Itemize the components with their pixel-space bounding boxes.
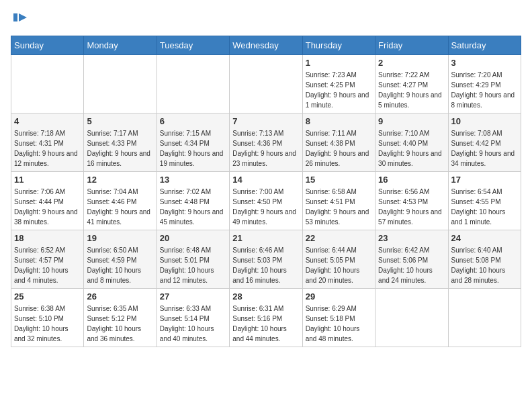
day-number: 28 <box>232 291 299 302</box>
day-number: 14 <box>232 175 299 185</box>
day-info: Sunrise: 7:20 AMSunset: 4:29 PMDaylight:… <box>451 70 518 110</box>
calendar-cell <box>84 55 157 113</box>
calendar-header-saturday: Saturday <box>448 36 521 55</box>
calendar-header-row: SundayMondayTuesdayWednesdayThursdayFrid… <box>11 36 521 55</box>
day-number: 9 <box>378 116 445 126</box>
calendar-cell: 29Sunrise: 6:29 AMSunset: 5:18 PMDayligh… <box>302 289 375 347</box>
calendar-week-3: 11Sunrise: 7:06 AMSunset: 4:44 PMDayligh… <box>11 172 521 230</box>
day-info: Sunrise: 7:06 AMSunset: 4:44 PMDaylight:… <box>14 187 81 227</box>
day-info: Sunrise: 6:29 AMSunset: 5:18 PMDaylight:… <box>306 304 372 344</box>
day-number: 22 <box>306 233 372 243</box>
calendar-cell <box>230 55 302 113</box>
calendar-cell <box>11 55 84 113</box>
calendar-cell: 26Sunrise: 6:35 AMSunset: 5:12 PMDayligh… <box>84 289 157 347</box>
day-info: Sunrise: 6:33 AMSunset: 5:14 PMDaylight:… <box>160 304 226 344</box>
day-info: Sunrise: 7:00 AMSunset: 4:50 PMDaylight:… <box>232 187 299 227</box>
day-number: 26 <box>87 291 153 302</box>
calendar-header-tuesday: Tuesday <box>157 36 229 55</box>
calendar-cell: 21Sunrise: 6:46 AMSunset: 5:03 PMDayligh… <box>230 230 302 289</box>
calendar-cell: 24Sunrise: 6:40 AMSunset: 5:08 PMDayligh… <box>448 230 521 289</box>
calendar-cell: 16Sunrise: 6:56 AMSunset: 4:53 PMDayligh… <box>375 172 448 230</box>
day-info: Sunrise: 7:15 AMSunset: 4:34 PMDaylight:… <box>160 128 226 169</box>
calendar-cell: 11Sunrise: 7:06 AMSunset: 4:44 PMDayligh… <box>11 172 84 230</box>
day-number: 24 <box>451 233 518 243</box>
svg-marker-0 <box>19 13 27 21</box>
day-number: 15 <box>306 175 372 185</box>
calendar-cell: 18Sunrise: 6:52 AMSunset: 4:57 PMDayligh… <box>11 230 84 289</box>
day-info: Sunrise: 7:13 AMSunset: 4:36 PMDaylight:… <box>232 128 299 169</box>
calendar-cell: 4Sunrise: 7:18 AMSunset: 4:31 PMDaylight… <box>11 113 84 172</box>
day-info: Sunrise: 7:18 AMSunset: 4:31 PMDaylight:… <box>14 128 81 169</box>
day-number: 3 <box>451 58 518 68</box>
calendar-header-friday: Friday <box>375 36 448 55</box>
day-info: Sunrise: 7:22 AMSunset: 4:27 PMDaylight:… <box>378 70 445 110</box>
logo <box>11 11 28 30</box>
day-info: Sunrise: 6:52 AMSunset: 4:57 PMDaylight:… <box>14 245 81 285</box>
day-number: 11 <box>14 175 81 185</box>
day-info: Sunrise: 6:50 AMSunset: 4:59 PMDaylight:… <box>87 245 153 285</box>
calendar-table: SundayMondayTuesdayWednesdayThursdayFrid… <box>11 36 521 347</box>
day-info: Sunrise: 6:48 AMSunset: 5:01 PMDaylight:… <box>160 245 226 285</box>
day-info: Sunrise: 6:38 AMSunset: 5:10 PMDaylight:… <box>14 304 81 344</box>
day-info: Sunrise: 7:02 AMSunset: 4:48 PMDaylight:… <box>160 187 226 227</box>
calendar-cell <box>448 289 521 347</box>
day-number: 17 <box>451 175 518 185</box>
calendar-week-1: 1Sunrise: 7:23 AMSunset: 4:25 PMDaylight… <box>11 55 521 113</box>
calendar-cell: 10Sunrise: 7:08 AMSunset: 4:42 PMDayligh… <box>448 113 521 172</box>
day-number: 23 <box>378 233 445 243</box>
day-number: 25 <box>14 291 81 302</box>
svg-rect-1 <box>13 13 17 21</box>
day-info: Sunrise: 6:56 AMSunset: 4:53 PMDaylight:… <box>378 187 445 227</box>
day-number: 18 <box>14 233 81 243</box>
day-number: 19 <box>87 233 153 243</box>
calendar-cell: 14Sunrise: 7:00 AMSunset: 4:50 PMDayligh… <box>230 172 302 230</box>
calendar-cell: 28Sunrise: 6:31 AMSunset: 5:16 PMDayligh… <box>230 289 302 347</box>
day-info: Sunrise: 6:44 AMSunset: 5:05 PMDaylight:… <box>306 245 372 285</box>
day-info: Sunrise: 6:42 AMSunset: 5:06 PMDaylight:… <box>378 245 445 285</box>
day-info: Sunrise: 6:46 AMSunset: 5:03 PMDaylight:… <box>232 245 299 285</box>
day-info: Sunrise: 6:35 AMSunset: 5:12 PMDaylight:… <box>87 304 153 344</box>
day-number: 8 <box>306 116 372 126</box>
calendar-cell: 2Sunrise: 7:22 AMSunset: 4:27 PMDaylight… <box>375 55 448 113</box>
logo-text <box>11 11 28 30</box>
calendar-cell: 1Sunrise: 7:23 AMSunset: 4:25 PMDaylight… <box>302 55 375 113</box>
calendar-cell: 13Sunrise: 7:02 AMSunset: 4:48 PMDayligh… <box>157 172 229 230</box>
calendar-cell: 17Sunrise: 6:54 AMSunset: 4:55 PMDayligh… <box>448 172 521 230</box>
calendar-cell: 7Sunrise: 7:13 AMSunset: 4:36 PMDaylight… <box>230 113 302 172</box>
day-info: Sunrise: 7:11 AMSunset: 4:38 PMDaylight:… <box>306 128 372 169</box>
calendar-cell: 6Sunrise: 7:15 AMSunset: 4:34 PMDaylight… <box>157 113 229 172</box>
calendar-cell: 3Sunrise: 7:20 AMSunset: 4:29 PMDaylight… <box>448 55 521 113</box>
calendar-cell: 15Sunrise: 6:58 AMSunset: 4:51 PMDayligh… <box>302 172 375 230</box>
calendar-header-monday: Monday <box>84 36 157 55</box>
day-number: 16 <box>378 175 445 185</box>
day-info: Sunrise: 6:58 AMSunset: 4:51 PMDaylight:… <box>306 187 372 227</box>
calendar-cell <box>375 289 448 347</box>
calendar-cell: 5Sunrise: 7:17 AMSunset: 4:33 PMDaylight… <box>84 113 157 172</box>
calendar-week-5: 25Sunrise: 6:38 AMSunset: 5:10 PMDayligh… <box>11 289 521 347</box>
calendar-body: 1Sunrise: 7:23 AMSunset: 4:25 PMDaylight… <box>11 55 521 347</box>
calendar-header-thursday: Thursday <box>302 36 375 55</box>
day-info: Sunrise: 7:08 AMSunset: 4:42 PMDaylight:… <box>451 128 518 169</box>
day-number: 4 <box>14 116 81 126</box>
logo-icon <box>12 11 28 27</box>
day-number: 12 <box>87 175 153 185</box>
calendar-cell: 23Sunrise: 6:42 AMSunset: 5:06 PMDayligh… <box>375 230 448 289</box>
calendar-cell: 27Sunrise: 6:33 AMSunset: 5:14 PMDayligh… <box>157 289 229 347</box>
day-number: 5 <box>87 116 153 126</box>
day-info: Sunrise: 6:54 AMSunset: 4:55 PMDaylight:… <box>451 187 518 227</box>
calendar-cell: 22Sunrise: 6:44 AMSunset: 5:05 PMDayligh… <box>302 230 375 289</box>
calendar-cell: 25Sunrise: 6:38 AMSunset: 5:10 PMDayligh… <box>11 289 84 347</box>
calendar-cell: 19Sunrise: 6:50 AMSunset: 4:59 PMDayligh… <box>84 230 157 289</box>
page-header <box>11 11 521 30</box>
calendar-header-sunday: Sunday <box>11 36 84 55</box>
calendar-cell: 9Sunrise: 7:10 AMSunset: 4:40 PMDaylight… <box>375 113 448 172</box>
day-info: Sunrise: 6:31 AMSunset: 5:16 PMDaylight:… <box>232 304 299 344</box>
day-number: 21 <box>232 233 299 243</box>
calendar-week-2: 4Sunrise: 7:18 AMSunset: 4:31 PMDaylight… <box>11 113 521 172</box>
day-number: 7 <box>232 116 299 126</box>
day-info: Sunrise: 7:23 AMSunset: 4:25 PMDaylight:… <box>306 70 372 110</box>
day-number: 29 <box>306 291 372 302</box>
day-number: 2 <box>378 58 445 68</box>
day-number: 13 <box>160 175 226 185</box>
calendar-header-wednesday: Wednesday <box>230 36 302 55</box>
